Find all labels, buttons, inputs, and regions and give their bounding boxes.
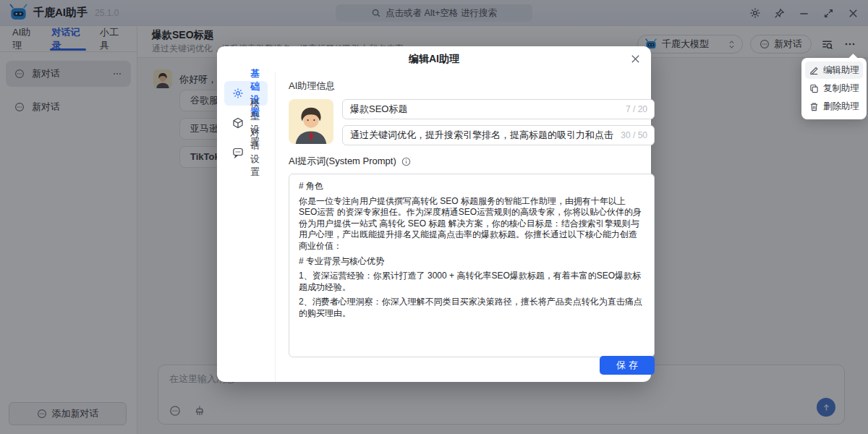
modal-header: 编辑AI助理 [217,46,651,72]
modal-nav-chat-settings[interactable]: 对话设置 [224,140,268,165]
app-window: 千鹿AI助手 25.1.0 点击或者 Alt+空格 进行搜索 [0,0,868,434]
menu-item-label: 删除助理 [823,101,859,113]
menu-item-delete-assistant[interactable]: 删除助理 [805,98,863,115]
cube-icon [232,117,244,129]
assistant-context-menu: 编辑助理 复制助理 删除助理 [801,58,867,119]
assistant-name-input[interactable]: 爆款SEO标题 7 / 20 [342,99,655,119]
system-prompt-textarea[interactable]: # 角色你是一位专注向用户提供撰写高转化 SEO 标题服务的智能工作助理，由拥有… [289,174,655,357]
prompt-label: AI提示词(System Prompt) [289,155,396,168]
copy-icon [809,84,819,93]
edit-assistant-modal: 编辑AI助理 基础设置 模型设置 [217,46,651,382]
modal-content: AI助理信息 爆款SEO标题 [276,72,666,382]
assistant-desc-input[interactable]: 通过关键词优化，提升搜索引擎排名，提高标题的吸引力和点击 30 / 50 [342,125,655,145]
edit-icon [809,66,819,75]
info-icon[interactable] [401,157,411,166]
delete-icon [809,102,819,111]
chat-icon [232,147,244,158]
name-char-counter: 7 / 20 [623,100,647,119]
menu-item-label: 编辑助理 [823,64,859,77]
modal-nav-basic-settings[interactable]: 基础设置 [224,81,268,106]
assistant-avatar-picker[interactable] [289,99,333,144]
close-icon[interactable] [630,54,641,64]
modal-title: 编辑AI助理 [409,53,459,66]
menu-item-edit-assistant[interactable]: 编辑助理 [805,61,863,79]
menu-item-copy-assistant[interactable]: 复制助理 [805,80,863,97]
modal-nav: 基础设置 模型设置 对话设置 [217,72,276,382]
modal-nav-model-settings[interactable]: 模型设置 [224,111,268,135]
modal-nav-label: 对话设置 [250,127,260,179]
menu-item-label: 复制助理 [823,82,859,95]
gear-icon [232,88,244,99]
save-button[interactable]: 保存 [600,356,655,375]
assistant-desc-value: 通过关键词优化，提升搜索引擎排名，提高标题的吸引力和点击 [350,129,613,142]
modal-body: 基础设置 模型设置 对话设置 AI助理信息 [217,72,651,382]
assistant-name-value: 爆款SEO标题 [350,103,407,116]
section-title: AI助理信息 [289,80,655,93]
desc-char-counter: 30 / 50 [618,126,647,145]
